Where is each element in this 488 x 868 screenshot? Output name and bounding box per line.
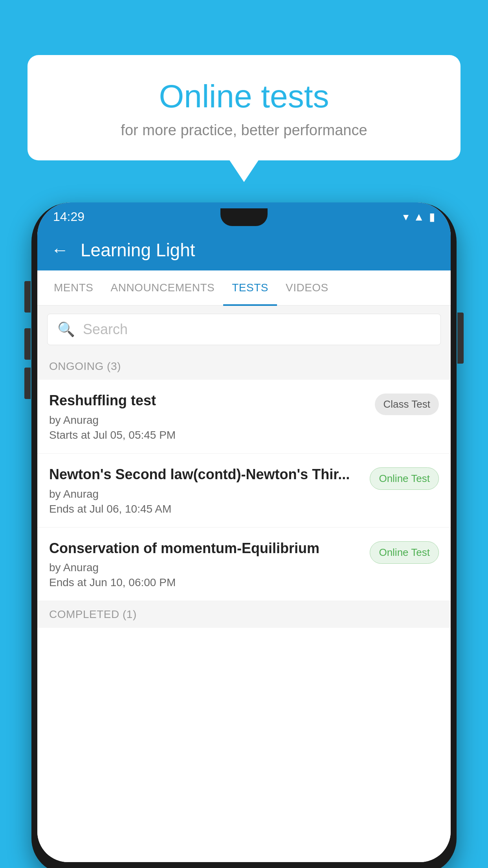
test-date: Ends at Jun 10, 06:00 PM	[49, 576, 362, 589]
test-info: Reshuffling test by Anurag Starts at Jul…	[49, 392, 375, 441]
test-item[interactable]: Reshuffling test by Anurag Starts at Jul…	[37, 380, 451, 454]
ongoing-section-header: ONGOING (3)	[37, 353, 451, 380]
test-name: Reshuffling test	[49, 392, 367, 410]
bubble-title: Online tests	[47, 79, 441, 114]
test-author: by Anurag	[49, 561, 362, 574]
test-date: Starts at Jul 05, 05:45 PM	[49, 429, 367, 441]
test-list: Reshuffling test by Anurag Starts at Jul…	[37, 380, 451, 862]
tab-tests[interactable]: TESTS	[223, 270, 277, 305]
search-input[interactable]: Search	[83, 321, 128, 338]
wifi-icon: ▾	[403, 210, 409, 223]
status-icons: ▾ ▲ ▮	[403, 210, 435, 223]
test-info: Newton's Second law(contd)-Newton's Thir…	[49, 465, 370, 515]
phone-screen: 14:29 ▾ ▲ ▮ ← Learning Light MENTS ANNOU…	[37, 202, 451, 862]
test-info: Conservation of momentum-Equilibrium by …	[49, 539, 370, 589]
search-area: 🔍 Search	[37, 306, 451, 353]
app-title: Learning Light	[81, 239, 195, 261]
bubble-subtitle: for more practice, better performance	[47, 122, 441, 139]
test-author: by Anurag	[49, 488, 362, 500]
test-badge-online: Online Test	[370, 541, 439, 564]
completed-section-header: COMPLETED (1)	[37, 601, 451, 628]
app-header: ← Learning Light	[37, 230, 451, 270]
phone-mockup: 14:29 ▾ ▲ ▮ ← Learning Light MENTS ANNOU…	[31, 197, 457, 868]
phone-frame: 14:29 ▾ ▲ ▮ ← Learning Light MENTS ANNOU…	[31, 202, 457, 868]
phone-notch	[220, 208, 268, 226]
bubble-card: Online tests for more practice, better p…	[28, 55, 460, 160]
test-item[interactable]: Conservation of momentum-Equilibrium by …	[37, 528, 451, 601]
tab-videos[interactable]: VIDEOS	[277, 270, 337, 305]
search-icon: 🔍	[57, 321, 75, 338]
search-box[interactable]: 🔍 Search	[47, 314, 441, 345]
promo-bubble: Online tests for more practice, better p…	[28, 55, 460, 160]
back-button[interactable]: ←	[51, 240, 69, 260]
test-date: Ends at Jul 06, 10:45 AM	[49, 503, 362, 515]
tab-ments[interactable]: MENTS	[45, 270, 102, 305]
tab-bar: MENTS ANNOUNCEMENTS TESTS VIDEOS	[37, 270, 451, 306]
signal-icon: ▲	[413, 211, 424, 223]
test-item[interactable]: Newton's Second law(contd)-Newton's Thir…	[37, 454, 451, 528]
test-name: Newton's Second law(contd)-Newton's Thir…	[49, 465, 362, 484]
test-name: Conservation of momentum-Equilibrium	[49, 539, 362, 558]
status-time: 14:29	[53, 210, 84, 224]
battery-icon: ▮	[429, 210, 435, 223]
tab-announcements[interactable]: ANNOUNCEMENTS	[102, 270, 224, 305]
test-badge-class: Class Test	[375, 394, 439, 415]
test-badge-online: Online Test	[370, 467, 439, 490]
test-author: by Anurag	[49, 414, 367, 427]
